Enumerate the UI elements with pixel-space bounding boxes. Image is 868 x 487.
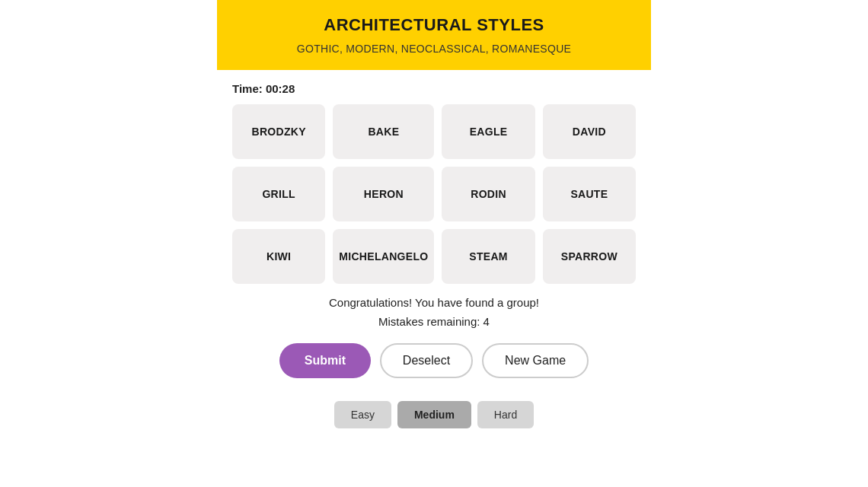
tile-michelangelo[interactable]: MICHELANGELO [333,229,434,284]
deselect-button[interactable]: Deselect [380,343,473,378]
category-banner: ARCHITECTURAL STYLES GOTHIC, MODERN, NEO… [217,0,651,70]
difficulty-hard-button[interactable]: Hard [477,401,534,428]
difficulty-easy-button[interactable]: Easy [334,401,391,428]
tile-brodzky[interactable]: BRODZKY [232,104,325,159]
submit-button[interactable]: Submit [279,343,371,378]
mistakes-remaining: Mistakes remaining: 4 [378,315,490,328]
congratulations-message: Congratulations! You have found a group! [329,296,539,309]
tile-sparrow[interactable]: SPARROW [543,229,636,284]
action-buttons-group: Submit Deselect New Game [279,343,589,378]
tiles-grid: BRODZKYBAKEEAGLEDAVIDGRILLHERONRODINSAUT… [217,104,651,284]
tile-david[interactable]: DAVID [543,104,636,159]
tile-heron[interactable]: HERON [333,167,434,221]
tile-bake[interactable]: BAKE [333,104,434,159]
category-subtitle: GOTHIC, MODERN, NEOCLASSICAL, ROMANESQUE [240,43,628,55]
timer-display: Time: 00:28 [217,82,651,95]
tile-saute[interactable]: SAUTE [543,167,636,221]
tile-kiwi[interactable]: KIWI [232,229,325,284]
difficulty-medium-button[interactable]: Medium [397,401,471,428]
category-title: ARCHITECTURAL STYLES [240,15,628,35]
tile-steam[interactable]: STEAM [442,229,535,284]
tile-eagle[interactable]: EAGLE [442,104,535,159]
tile-grill[interactable]: GRILL [232,167,325,221]
difficulty-buttons-group: EasyMediumHard [334,401,534,428]
new-game-button[interactable]: New Game [482,343,589,378]
page-container: ARCHITECTURAL STYLES GOTHIC, MODERN, NEO… [217,0,651,428]
tile-rodin[interactable]: RODIN [442,167,535,221]
